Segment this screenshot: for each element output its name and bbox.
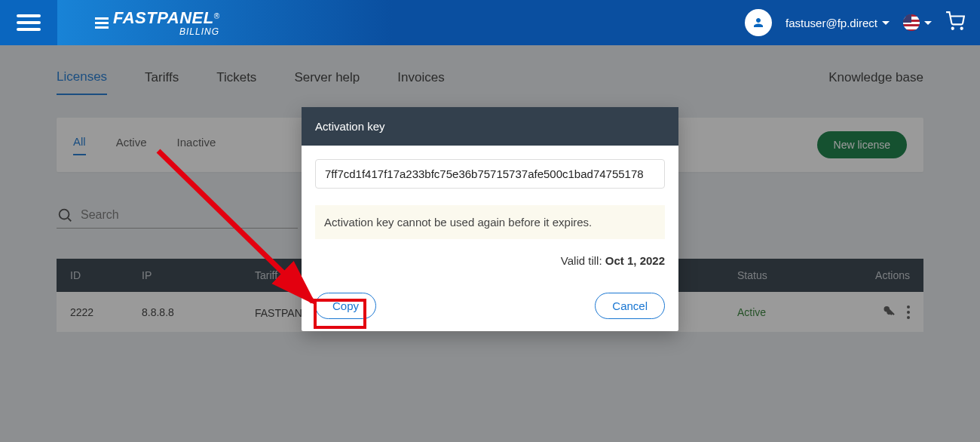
svg-line-4	[655, 121, 663, 130]
cart-button[interactable]	[945, 11, 965, 34]
valid-till: Valid till: Oct 1, 2022	[315, 254, 665, 267]
modal-title: Activation key	[315, 120, 385, 133]
warning-message: Activation key cannot be used again befo…	[315, 205, 665, 239]
logo-subtitle: BILLING	[113, 26, 219, 37]
user-icon	[752, 16, 765, 29]
language-menu[interactable]	[903, 14, 932, 31]
menu-button[interactable]	[0, 0, 57, 45]
avatar[interactable]	[745, 9, 772, 36]
cart-icon	[945, 11, 965, 31]
copy-button[interactable]: Copy	[315, 293, 376, 319]
user-menu[interactable]: fastuser@fp.direct	[786, 17, 890, 29]
chevron-down-icon	[882, 21, 890, 25]
user-email-text: fastuser@fp.direct	[786, 17, 877, 29]
cancel-button[interactable]: Cancel	[595, 293, 665, 319]
logo-icon	[95, 17, 109, 29]
svg-point-1	[961, 28, 963, 29]
hamburger-icon	[17, 14, 41, 31]
activation-key-input[interactable]	[315, 159, 665, 189]
close-icon	[653, 119, 665, 131]
svg-point-0	[952, 28, 954, 29]
us-flag-icon	[903, 14, 920, 31]
close-button[interactable]	[653, 119, 665, 134]
svg-line-5	[655, 121, 663, 130]
logo[interactable]: FASTPANEL® BILLING	[95, 8, 219, 37]
logo-text: FASTPANEL	[113, 8, 214, 27]
chevron-down-icon	[924, 21, 932, 25]
activation-key-modal: Activation key Activation key cannot be …	[302, 107, 678, 331]
topbar: FASTPANEL® BILLING fastuser@fp.direct	[0, 0, 980, 45]
modal-header: Activation key	[302, 107, 678, 146]
